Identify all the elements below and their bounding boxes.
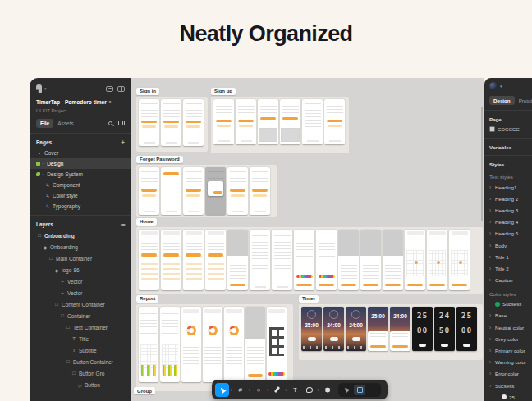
phone-thumbnail-keypad[interactable] [258,99,278,144]
phone-thumbnail-form[interactable] [250,167,270,215]
phone-thumbnail-flip[interactable]: 2500 [412,307,433,351]
text-style-heading-4[interactable]: ›Heading 4 [484,216,532,228]
chevron-right-icon[interactable]: › [489,185,495,190]
phone-thumbnail-emoji[interactable] [294,230,314,290]
dev-mode-icon[interactable] [354,385,365,395]
styles-header[interactable]: Styles [484,159,532,169]
tool-dropdown-caret[interactable]: ▾ [285,388,287,392]
frame-label-signup[interactable]: Sign up [211,88,236,95]
frame-tool[interactable]: # [233,383,247,397]
color-style-base[interactable]: ›Base [484,310,532,321]
page-item-component[interactable]: ↳Component [30,180,131,190]
page-color-hex[interactable]: CDCCCC [498,126,520,132]
layer-row-button-container[interactable]: □Button Container [30,356,131,367]
color-style-error-color[interactable]: ›Error color [484,368,532,380]
phone-thumbnail-form[interactable] [227,167,248,215]
canvas-scrollbar[interactable] [481,107,483,221]
phone-thumbnail-home[interactable] [183,230,204,290]
tool-dropdown-caret[interactable]: ▾ [267,388,268,392]
phone-thumbnail-home[interactable] [161,230,181,290]
phone-thumbnail-graytop[interactable] [338,230,359,290]
phone-thumbnail-sunset[interactable]: 24:00 [346,307,366,351]
search-icon[interactable] [108,121,112,125]
chevron-right-icon[interactable]: › [489,325,495,330]
file-name[interactable]: TimerTap - Pomodoro timer▾ [30,97,131,107]
phone-thumbnail-keypad[interactable] [280,99,300,144]
layer-row-vector[interactable]: ~Vector [30,276,131,287]
phone-thumbnail-graytop[interactable] [227,230,248,290]
code-view-icon[interactable] [367,385,378,395]
phone-thumbnail-form[interactable] [213,99,234,144]
chevron-right-icon[interactable]: › [489,277,495,283]
phone-thumbnail-sheet[interactable]: 25:00 [368,307,388,351]
tool-dropdown-caret[interactable]: ▾ [249,388,250,392]
move-tool[interactable] [215,383,229,397]
layer-row-button-gro[interactable]: □Button Gro [30,367,131,379]
phone-thumbnail-form[interactable] [161,99,181,146]
phone-thumbnail-donut[interactable] [181,307,201,382]
page-item-design-system[interactable]: ·Design System [30,169,131,180]
page-item-color-style[interactable]: ↳Color style [30,190,131,201]
layer-row-button[interactable]: ◇Button [30,379,131,390]
text-style-heading-5[interactable]: ›Heading 5 [484,228,532,239]
frame-label-home[interactable]: Home [136,218,157,226]
color-style-sucsess[interactable]: Sucsess [484,298,532,310]
phone-thumbnail-home[interactable] [139,230,159,290]
phone-thumbnail-icons[interactable] [267,307,287,382]
frame-label-timer[interactable]: Timer [299,295,319,303]
text-style-title-1[interactable]: ›Title 1 [484,251,532,262]
layer-row-content-container[interactable]: □Content Container [30,298,131,310]
phone-thumbnail-graytop[interactable] [360,230,381,290]
phone-thumbnail-sheet[interactable]: 24:00 [390,307,410,351]
phone-thumbnail-graytop[interactable] [383,230,403,290]
layer-row-onboarding[interactable]: ◆Onboarding [30,241,131,253]
phone-thumbnail-donut[interactable] [224,307,244,382]
layer-row-vector[interactable]: ~Vector [30,287,131,298]
layer-row-title[interactable]: TTitle [30,333,131,344]
phone-thumbnail-chart[interactable] [139,307,158,382]
chevron-right-icon[interactable]: › [489,348,495,353]
actions-tool[interactable] [320,383,334,397]
text-style-heading1[interactable]: ›Heading1 [484,181,532,193]
text-style-caption[interactable]: ›Caption [484,275,532,286]
tool-dropdown-caret[interactable]: ▾ [318,388,319,392]
frame-label-report[interactable]: Report [136,295,158,303]
phone-thumbnail-emoji[interactable] [316,230,337,290]
layer-row-subtitle[interactable]: TSubtitle [30,344,131,356]
tool-dropdown-caret[interactable]: ▾ [231,388,232,392]
layer-row-onboarding[interactable]: □Onboarding [30,230,131,241]
layers-filter-icon[interactable]: ≔ [121,221,125,227]
chevron-right-icon[interactable]: › [489,312,495,318]
phone-thumbnail-form[interactable] [139,99,159,146]
canvas[interactable]: Sign inSign upForget PasswordHomeReportT… [131,78,484,401]
layer-row-text-container[interactable]: □Text Container [30,321,131,333]
tab-assets[interactable]: Assets [53,119,78,128]
phone-thumbnail-sunset[interactable]: 24:00 [323,307,344,351]
phone-thumbnail-form[interactable] [183,167,204,215]
chevron-right-icon[interactable]: › [489,230,495,236]
phone-thumbnail-form[interactable] [183,99,204,146]
variables-header[interactable]: Variables [484,142,532,152]
library-icon[interactable] [118,121,125,125]
color-style-primary-color[interactable]: ›Primary color [484,344,532,356]
avatar[interactable] [489,82,498,90]
chevron-right-icon[interactable]: › [489,383,495,389]
phone-thumbnail-form[interactable] [236,99,256,144]
tab-prototype[interactable]: Prototype [515,96,532,105]
color-style-warning-color[interactable]: ›Warning color [484,357,532,368]
phone-thumbnail-grid[interactable] [449,230,470,290]
chevron-right-icon[interactable]: › [489,371,495,376]
phone-thumbnail-sunset[interactable]: 25:00 [301,307,322,351]
text-style-heading-3[interactable]: ›Heading 3 [484,204,532,216]
chevron-down-icon[interactable]: ▾ [500,84,502,89]
phone-thumbnail-flip[interactable]: 2500 [456,307,477,351]
phone-thumbnail-form[interactable] [324,99,345,144]
color-style-neutral-color[interactable]: ›Neutral color [484,321,532,333]
phone-thumbnail-home[interactable] [205,230,226,290]
color-style-sucsess[interactable]: ›Sucsess [484,380,532,391]
toggle-panels-icon[interactable] [117,86,125,92]
page-item-typography[interactable]: ↳Typography [30,201,131,212]
chevron-right-icon[interactable]: › [489,243,495,248]
color-style-25[interactable]: 25 [484,391,532,401]
chevron-right-icon[interactable]: › [489,207,495,213]
